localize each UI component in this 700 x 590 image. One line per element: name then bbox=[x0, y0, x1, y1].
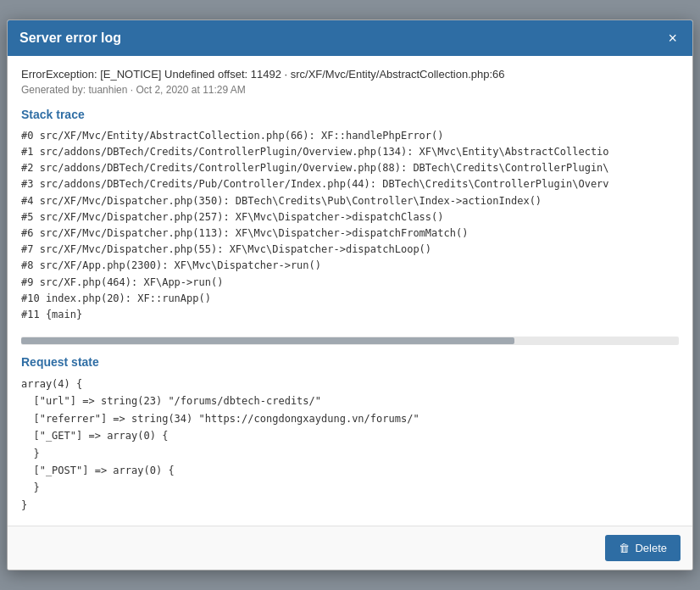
delete-button[interactable]: 🗑 Delete bbox=[605, 535, 681, 561]
delete-label: Delete bbox=[635, 542, 667, 554]
request-state-heading: Request state bbox=[21, 355, 679, 369]
modal-header: Server error log × bbox=[8, 20, 692, 56]
scrollbar-thumb bbox=[21, 337, 514, 344]
modal-body: ErrorException: [E_NOTICE] Undefined off… bbox=[8, 56, 692, 526]
server-error-modal: Server error log × ErrorException: [E_NO… bbox=[7, 19, 693, 571]
error-title: ErrorException: [E_NOTICE] Undefined off… bbox=[21, 68, 679, 81]
modal-overlay: Server error log × ErrorException: [E_NO… bbox=[0, 0, 700, 590]
stack-trace-container: #0 src/XF/Mvc/Entity/AbstractCollection.… bbox=[21, 128, 679, 323]
close-button[interactable]: × bbox=[664, 29, 681, 47]
stack-trace-content: #0 src/XF/Mvc/Entity/AbstractCollection.… bbox=[21, 128, 679, 323]
horizontal-scrollbar[interactable] bbox=[21, 337, 679, 345]
modal-title: Server error log bbox=[19, 31, 121, 46]
error-generated: Generated by: tuanhien · Oct 2, 2020 at … bbox=[21, 84, 679, 96]
stack-trace-heading: Stack trace bbox=[21, 108, 679, 121]
trash-icon: 🗑 bbox=[619, 542, 630, 554]
modal-footer: 🗑 Delete bbox=[8, 526, 692, 570]
request-state-content: array(4) { ["url"] => string(23) "/forum… bbox=[21, 376, 679, 514]
